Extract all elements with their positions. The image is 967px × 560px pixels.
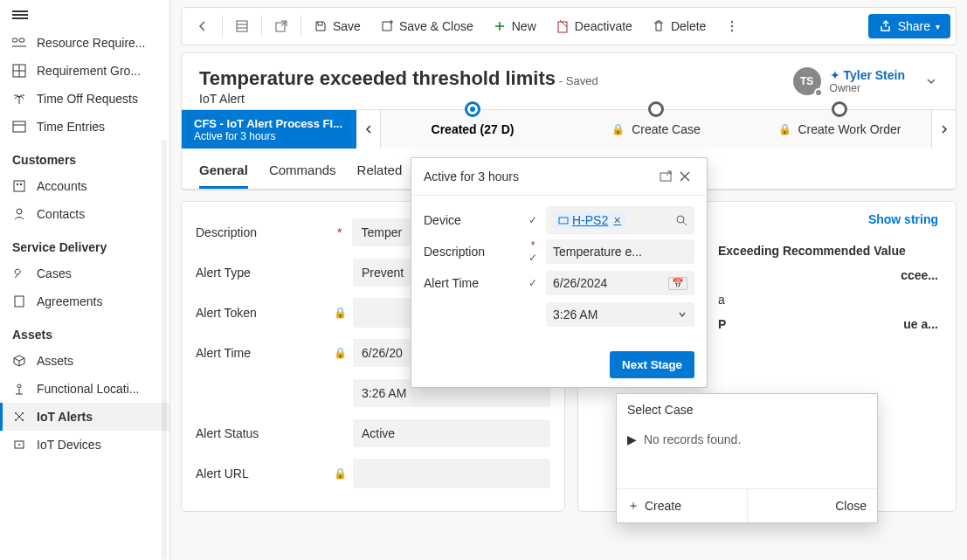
bpf-process-name[interactable]: CFS - IoT Alert Process Fl... Active for… <box>182 110 356 149</box>
svg-rect-29 <box>559 218 568 224</box>
show-string-link[interactable]: Show string <box>718 212 938 226</box>
hamburger-icon[interactable] <box>12 9 28 21</box>
nav-label: Agreements <box>37 294 102 308</box>
sidebar-scrollbar[interactable] <box>162 140 167 560</box>
alert-status-input[interactable]: Active <box>353 419 550 447</box>
nav-cases[interactable]: Cases <box>0 259 169 287</box>
field-label-description: Description <box>196 225 327 239</box>
bpf-next-button[interactable] <box>931 110 956 149</box>
share-button[interactable]: Share ▾ <box>868 14 950 38</box>
field-label-alert-token: Alert Token <box>196 306 327 320</box>
svg-rect-24 <box>558 22 567 32</box>
save-button[interactable]: Save <box>305 14 370 38</box>
separator <box>222 16 223 37</box>
stage-circle-icon <box>648 101 664 117</box>
close-icon[interactable] <box>675 167 694 186</box>
bpf-bar: CFS - IoT Alert Process Fl... Active for… <box>182 109 956 149</box>
chevron-down-icon[interactable] <box>677 309 687 320</box>
delete-button[interactable]: Delete <box>643 14 715 38</box>
nav-resource-requirements[interactable]: Resource Require... <box>0 29 169 57</box>
popout-icon <box>274 19 288 33</box>
right-heading: Exceeding Recommended Value <box>718 226 938 263</box>
required-icon: * <box>334 225 345 239</box>
nav-functional-locations[interactable]: Functional Locati... <box>0 375 169 403</box>
svg-point-19 <box>18 444 20 446</box>
lookup-create-button[interactable]: ＋ Create <box>617 489 747 522</box>
presence-icon <box>814 88 823 97</box>
tab-related[interactable]: Related <box>357 157 403 189</box>
open-new-window-button[interactable] <box>266 14 297 38</box>
nav-time-off[interactable]: Time Off Requests <box>0 85 169 113</box>
nav-accounts[interactable]: Accounts <box>0 172 169 200</box>
flyout-desc-label: Description <box>424 245 520 259</box>
svg-point-27 <box>731 30 733 31</box>
building-icon <box>12 179 26 193</box>
device-lookup-pill[interactable]: H-PS2 ✕ <box>553 211 626 229</box>
tab-commands[interactable]: Commands <box>269 157 336 189</box>
search-icon[interactable] <box>675 214 687 226</box>
flyout-date-input[interactable]: 6/26/2024 📅 <box>546 271 694 295</box>
bpf-stage-create-case[interactable]: 🔒 Create Case <box>564 110 748 149</box>
right-text: a <box>718 287 938 312</box>
command-bar: Save Save & Close New Deactivate Delete <box>181 7 957 45</box>
entity-type: IoT Alert <box>199 90 598 106</box>
back-button[interactable] <box>187 14 218 38</box>
nav-iot-alerts[interactable]: IoT Alerts <box>0 403 169 431</box>
tab-general[interactable]: General <box>199 157 248 189</box>
svg-rect-20 <box>237 21 247 31</box>
dock-icon[interactable] <box>656 167 675 186</box>
flyout-time-input[interactable]: 3:26 AM <box>546 302 694 327</box>
avatar[interactable]: TS <box>793 67 821 95</box>
remove-icon[interactable]: ✕ <box>611 215 621 226</box>
bpf-prev-button[interactable] <box>356 110 381 149</box>
show-pane-button[interactable] <box>226 14 258 38</box>
nav-label: Time Off Requests <box>37 92 138 106</box>
nav-iot-devices[interactable]: IoT Devices <box>0 431 169 459</box>
new-button[interactable]: New <box>484 14 545 38</box>
device-icon <box>558 215 569 225</box>
calendar-icon[interactable]: 📅 <box>668 277 687 290</box>
share-icon <box>879 19 893 33</box>
field-label-alert-time: Alert Time <box>196 346 327 360</box>
bpf-stage-create-work-order[interactable]: 🔒 Create Work Order <box>748 110 931 149</box>
plus-icon <box>493 19 507 33</box>
nav-agreements[interactable]: Agreements <box>0 287 169 315</box>
wrench-icon <box>12 266 26 280</box>
deactivate-button[interactable]: Deactivate <box>547 14 641 38</box>
owner-link[interactable]: Tyler Stein <box>843 68 905 82</box>
save-icon <box>314 19 328 33</box>
svg-rect-12 <box>15 296 24 307</box>
flyout-desc-input[interactable]: Temperature e... <box>546 239 694 264</box>
lookup-dropdown: Select Case ▶ No records found. ＋ Create… <box>616 393 878 523</box>
more-icon <box>725 19 739 33</box>
chevron-right-icon: ▶ <box>627 432 637 446</box>
save-close-button[interactable]: Save & Close <box>371 14 482 38</box>
person-icon <box>12 207 26 221</box>
share-label: Share <box>898 19 930 33</box>
plus-icon: ＋ <box>627 498 639 514</box>
nav-assets[interactable]: Assets <box>0 347 169 375</box>
required-check: * ✓ <box>527 239 539 264</box>
nav-time-entries[interactable]: Time Entries <box>0 113 169 141</box>
next-stage-button[interactable]: Next Stage <box>610 351 694 378</box>
box-icon <box>12 354 26 368</box>
page-title: Temperature exceeded threshold limits <box>199 67 556 89</box>
svg-point-11 <box>17 209 22 214</box>
nav-group-customers: Customers <box>0 141 169 172</box>
device-icon <box>12 438 26 452</box>
lookup-close-button[interactable]: Close <box>747 489 878 522</box>
new-label: New <box>512 19 536 33</box>
flyout-device-input[interactable]: H-PS2 ✕ <box>546 206 694 234</box>
overflow-button[interactable] <box>716 14 748 38</box>
lookup-empty-row: ▶ No records found. <box>617 425 877 453</box>
svg-rect-28 <box>660 173 671 181</box>
nav-requirement-groups[interactable]: Requirement Gro... <box>0 57 169 85</box>
save-close-icon <box>380 19 394 33</box>
bpf-stage-created[interactable]: Created (27 D) <box>381 110 564 149</box>
flyout-device-label: Device <box>424 213 520 227</box>
nav-contacts[interactable]: Contacts <box>0 200 169 228</box>
nav-label: Cases <box>37 266 72 280</box>
deactivate-icon <box>556 19 570 33</box>
separator <box>261 16 262 37</box>
owner-chevron[interactable] <box>924 74 938 88</box>
